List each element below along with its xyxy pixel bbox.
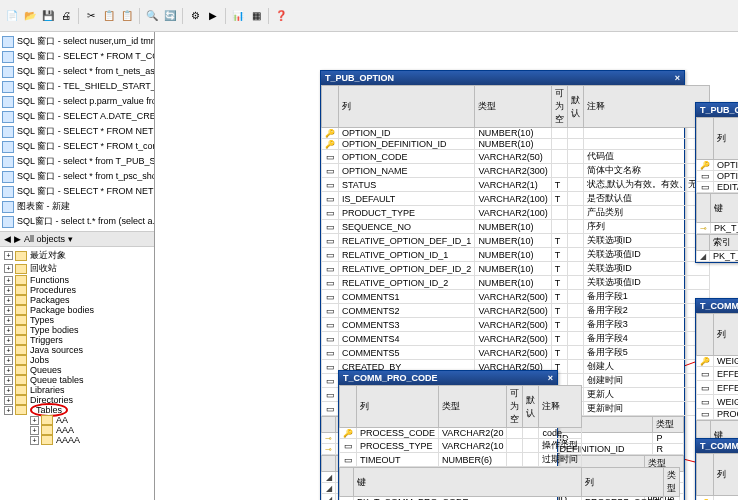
table-titlebar[interactable]: T_PUB_OPTION× [321, 71, 684, 85]
tb-copy-icon[interactable]: 📋 [101, 8, 117, 24]
expand-icon[interactable]: + [4, 286, 13, 295]
tree-node[interactable]: +Jobs [2, 355, 152, 365]
expand-icon[interactable]: + [4, 251, 13, 260]
expand-icon[interactable]: + [4, 326, 13, 335]
table-window-comm_pro_type[interactable]: T_COMM_PRO_TYPE×列类型可为空默认注释🔑PROCESS_TYPEV… [695, 438, 738, 500]
expand-icon[interactable]: + [4, 316, 13, 325]
window-list-item[interactable]: SQL 窗口 - SELECT * FROM NETS2DATA.T_P [0, 124, 154, 139]
diagram-canvas[interactable]: T_PUB_OPTION×列类型可为空默认注释🔑OPTION_IDNUMBER(… [155, 32, 738, 500]
window-list-item[interactable]: SQL窗口 - select t.* from (select a.constr [0, 214, 154, 229]
key-row[interactable]: ⊸PK_T_COMM_PRO_CODEPROCESS_CODEP [340, 497, 680, 501]
tree-node[interactable]: +Libraries [2, 385, 152, 395]
tree-node[interactable]: +最近对象 [2, 249, 152, 262]
column-row[interactable]: 🔑PROCESS_TYPEVARCHAR2(10操作类型 [697, 496, 739, 501]
window-list-item[interactable]: SQL 窗口 - select * from t_psc_shopping_c [0, 169, 154, 184]
tb-grid-icon[interactable]: ▦ [248, 8, 264, 24]
column-row[interactable]: ▭PRODUCT_TYPEVARCHAR2(100)产品类别 [322, 206, 710, 220]
column-row[interactable]: ▭EFFECTIVE_TOVARCHAR2(10结束时 [697, 381, 739, 395]
expand-icon[interactable]: + [4, 376, 13, 385]
tree-node[interactable]: +Type bodies [2, 325, 152, 335]
column-row[interactable]: ▭COMMENTS1VARCHAR2(500)T备用字段1 [322, 290, 710, 304]
tb-new-icon[interactable]: 📄 [4, 8, 20, 24]
window-list-item[interactable]: SQL 窗口 - SELECT * FROM T_COMM_SYS [0, 49, 154, 64]
tree-node[interactable]: +Package bodies [2, 305, 152, 315]
column-row[interactable]: ▭COMMENTS4VARCHAR2(500)T备用字段4 [322, 332, 710, 346]
column-row[interactable]: ▭RELATIVE_OPTION_DEF_ID_2NUMBER(10)T关联选项… [322, 262, 710, 276]
column-row[interactable]: ▭TIMEOUTNUMBER(6)过期时间 [340, 453, 582, 467]
column-row[interactable]: 🔑PROCESS_CODEVARCHAR2(20code [340, 428, 582, 439]
column-row[interactable]: ▭SEQUENCE_NONUMBER(10)序列 [322, 220, 710, 234]
column-row[interactable]: ▭PROCESS_TYPEVARCHAR2(10操作类型 [340, 439, 582, 453]
tree-node[interactable]: +Triggers [2, 335, 152, 345]
tb-gear-icon[interactable]: ⚙ [187, 8, 203, 24]
column-row[interactable]: ▭OPTION_DEFINITION_NAMEVARCHAR2(200) [697, 171, 739, 182]
tree-node[interactable]: +Java sources [2, 345, 152, 355]
dropdown-icon[interactable]: ▾ [68, 234, 73, 244]
tb-refresh-icon[interactable]: 🔄 [162, 8, 178, 24]
column-row[interactable]: 🔑OPTION_IDNUMBER(10) [322, 128, 710, 139]
window-list-item[interactable]: SQL 窗口 - select nuser,um_id tmrId, ty.id [0, 34, 154, 49]
table-titlebar[interactable]: T_PUB_OPTION_DEFINITION× [696, 103, 738, 117]
tb-open-icon[interactable]: 📂 [22, 8, 38, 24]
column-row[interactable]: ▭COMMENTS2VARCHAR2(500)T备用字段2 [322, 304, 710, 318]
column-row[interactable]: ▭EDITABLEVARCHAR2(1T [697, 182, 739, 193]
index-row[interactable]: ◢PK_T_PUB_OPTION_DEFINITIONOPTION_DEFINI… [697, 251, 739, 262]
column-row[interactable]: 🔑WEIGHT_IDNUMBER(10) [697, 356, 739, 367]
tree-node[interactable]: +Queues [2, 365, 152, 375]
column-row[interactable]: ▭WEIGHTNUMBER(4)权重 [697, 395, 739, 409]
table-window-comm_pro_code[interactable]: T_COMM_PRO_CODE×列类型可为空默认注释🔑PROCESS_CODEV… [338, 370, 558, 500]
column-row[interactable]: ▭OPTION_NAMEVARCHAR2(300)简体中文名称 [322, 164, 710, 178]
expand-icon[interactable]: + [4, 306, 13, 315]
window-list-item[interactable]: SQL 窗口 - select * from t_nets_assigned [0, 64, 154, 79]
tree-node[interactable]: +回收站 [2, 262, 152, 275]
key-row[interactable]: ⊸PK_T_PUB_OPTION_DEFINITIONOPTION_DEFINI… [697, 223, 739, 234]
tb-chart-icon[interactable]: 📊 [230, 8, 246, 24]
column-row[interactable]: ▭COMMENTS5VARCHAR2(500)T备用字段5 [322, 346, 710, 360]
expand-icon[interactable]: + [4, 366, 13, 375]
tree-node[interactable]: +Types [2, 315, 152, 325]
column-row[interactable]: ▭STATUSVARCHAR2(1)T状态,默认为有效。有效、无效 [322, 178, 710, 192]
window-list-item[interactable]: SQL 窗口 - SELECT * FROM t_comm_sys_ [0, 139, 154, 154]
tb-save-icon[interactable]: 💾 [40, 8, 56, 24]
nav-right-icon[interactable]: ▶ [14, 234, 21, 244]
tree-node[interactable]: +Packages [2, 295, 152, 305]
tree-node[interactable]: +Directories [2, 395, 152, 405]
tree-node[interactable]: +Tables [2, 405, 152, 415]
tb-run-icon[interactable]: ▶ [205, 8, 221, 24]
tree-node[interactable]: +AAA [2, 425, 152, 435]
expand-icon[interactable]: + [4, 386, 13, 395]
tree-node[interactable]: +AA [2, 415, 152, 425]
tb-cut-icon[interactable]: ✂ [83, 8, 99, 24]
column-row[interactable]: 🔑OPTION_DEFINITION_IDNUMBER(10) [322, 139, 710, 150]
window-list-item[interactable]: 图表窗 - 新建 [0, 199, 154, 214]
tb-find-icon[interactable]: 🔍 [144, 8, 160, 24]
expand-icon[interactable]: + [4, 276, 13, 285]
expand-icon[interactable]: + [4, 296, 13, 305]
expand-icon[interactable]: + [30, 436, 39, 445]
tb-help-icon[interactable]: ❓ [273, 8, 289, 24]
object-tree[interactable]: +最近对象+回收站+Functions+Procedures+Packages+… [0, 247, 154, 500]
expand-icon[interactable]: + [4, 406, 13, 415]
column-row[interactable]: ▭PROCESS_CODEVARCHAR2(20)code [697, 409, 739, 420]
tree-node[interactable]: +Queue tables [2, 375, 152, 385]
close-icon[interactable]: × [675, 73, 680, 83]
window-list-item[interactable]: SQL 窗口 - SELECT * FROM NETS2DATA.T_P [0, 184, 154, 199]
table-titlebar[interactable]: T_COMM_PRO_CODE× [339, 371, 557, 385]
column-row[interactable]: ▭COMMENTS3VARCHAR2(500)T备用字段3 [322, 318, 710, 332]
table-window-pub_opt_def[interactable]: T_PUB_OPTION_DEFINITION×列类型可为空默认注释🔑OPTIO… [695, 102, 738, 263]
expand-icon[interactable]: + [4, 356, 13, 365]
window-list-item[interactable]: SQL 窗口 - select * from T_PUB_SEND_LO [0, 154, 154, 169]
window-list-item[interactable]: SQL 窗口 - select p.parm_value from t_cc [0, 94, 154, 109]
expand-icon[interactable]: + [4, 396, 13, 405]
window-list-item[interactable]: SQL 窗口 - SELECT A.DATE_CREATED,A.C [0, 109, 154, 124]
expand-icon[interactable]: + [30, 426, 39, 435]
column-row[interactable]: 🔑OPTION_DEFINITION_IDNUMBER(10) [697, 160, 739, 171]
table-titlebar[interactable]: T_COMM_PRO_WEIGHT× [696, 299, 738, 313]
column-row[interactable]: ▭OPTION_CODEVARCHAR2(50)代码值 [322, 150, 710, 164]
column-row[interactable]: ▭RELATIVE_OPTION_ID_1NUMBER(10)T关联选项值ID [322, 248, 710, 262]
tree-node[interactable]: +Functions [2, 275, 152, 285]
nav-left-icon[interactable]: ◀ [4, 234, 11, 244]
tb-print-icon[interactable]: 🖨 [58, 8, 74, 24]
column-row[interactable]: ▭RELATIVE_OPTION_DEF_ID_1NUMBER(10)T关联选项… [322, 234, 710, 248]
expand-icon[interactable]: + [4, 346, 13, 355]
